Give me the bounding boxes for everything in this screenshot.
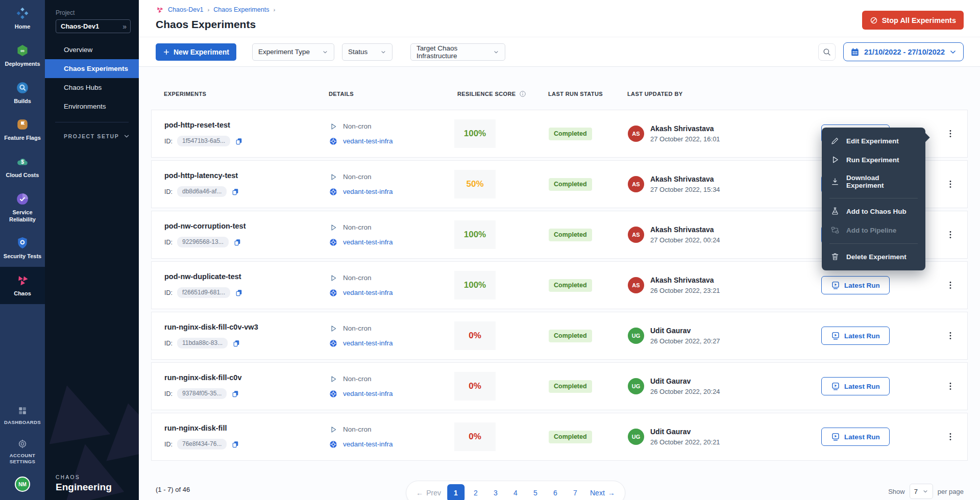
latest-run-button[interactable]: Latest Run [821, 428, 890, 446]
project-nav-item[interactable]: Chaos Hubs [45, 78, 139, 97]
play-outline-icon [329, 274, 337, 282]
kubernetes-icon [329, 188, 337, 196]
context-menu-item[interactable]: Add to Chaos Hub [822, 202, 925, 221]
experiment-id-badge: 76e8f434-76... [177, 439, 227, 449]
row-menu-button[interactable] [944, 177, 957, 192]
copy-id-button[interactable] [235, 289, 243, 297]
rail-module-item[interactable]: Builds [0, 74, 45, 112]
page-number-button[interactable]: 5 [527, 484, 544, 500]
latest-run-button[interactable]: Latest Run [821, 276, 890, 294]
context-menu-item[interactable]: Run Experiment [822, 151, 925, 169]
updated-by-name: Udit Gaurav [650, 327, 720, 335]
copy-id-button[interactable] [233, 238, 241, 246]
col-header-last-updated-by: LAST UPDATED BY [627, 90, 821, 97]
row-menu-button[interactable] [944, 429, 957, 444]
row-menu-button[interactable] [944, 379, 957, 394]
id-prefix-label: ID: [164, 239, 173, 246]
user-avatar[interactable]: NM [15, 477, 30, 492]
info-icon[interactable] [519, 90, 526, 97]
copy-id-button[interactable] [231, 390, 239, 398]
chevron-double-right-icon[interactable]: » [122, 22, 127, 31]
experiment-name[interactable]: pod-nw-duplicate-test [164, 272, 329, 281]
menu-divider [829, 243, 918, 244]
new-experiment-button[interactable]: New Experiment [156, 43, 236, 61]
rail-module-item[interactable]: Home [0, 0, 45, 37]
project-nav-item[interactable]: Chaos Experiments [45, 59, 139, 78]
breadcrumb-link[interactable]: Chaos-Dev1 [168, 6, 203, 13]
experiment-name[interactable]: pod-http-latency-test [164, 171, 329, 180]
id-prefix-label: ID: [164, 188, 173, 195]
project-nav-item[interactable]: Overview [45, 40, 139, 59]
infrastructure-link[interactable]: vedant-test-infra [343, 440, 393, 448]
copy-id-button[interactable] [231, 188, 239, 196]
project-nav-item[interactable]: Environments [45, 97, 139, 116]
context-menu-item[interactable]: Edit Experiment [822, 132, 925, 151]
row-menu-button[interactable] [944, 227, 957, 242]
row-menu-button[interactable] [944, 278, 957, 293]
project-setup-label: PROJECT SETUP [64, 133, 119, 139]
rail-module-item[interactable]: Chaos [0, 267, 45, 304]
infrastructure-link[interactable]: vedant-test-infra [343, 238, 393, 246]
experiment-row[interactable]: run-nginx-disk-fill-c0v ID: 93784f05-35.… [151, 362, 968, 410]
rail-item-account-settings[interactable]: ACCOUNT SETTINGS [0, 432, 45, 471]
kebab-icon [946, 129, 955, 138]
updated-date: 26 October 2022, 20:24 [650, 388, 720, 395]
context-menu-item[interactable]: Download Experiment [822, 169, 925, 194]
chevron-down-icon [922, 488, 928, 494]
search-button[interactable] [818, 43, 836, 61]
project-setup-toggle[interactable]: PROJECT SETUP [64, 133, 130, 139]
context-menu-item[interactable]: Add to Pipeline [822, 221, 925, 240]
rail-item-dashboards[interactable]: DASHBOARDS [0, 399, 45, 432]
stop-all-experiments-button[interactable]: Stop All Experiments [862, 11, 964, 30]
infrastructure-link[interactable]: vedant-test-infra [343, 390, 393, 397]
breadcrumb-link[interactable]: Chaos Experiments [213, 6, 269, 13]
page-number-button[interactable]: 2 [467, 484, 484, 500]
experiment-name[interactable]: run-nginx-disk-fill [164, 424, 329, 432]
experiment-name[interactable]: pod-http-reset-test [164, 121, 329, 129]
copy-icon [231, 188, 239, 196]
latest-run-button[interactable]: Latest Run [821, 377, 890, 395]
rail-module-item[interactable]: Feature Flags [0, 111, 45, 148]
experiment-name[interactable]: pod-nw-corruption-test [164, 222, 329, 230]
updated-date: 27 October 2022, 15:34 [650, 186, 720, 193]
context-menu-item[interactable]: Delete Experiment [822, 247, 925, 266]
infrastructure-link[interactable]: vedant-test-infra [343, 188, 393, 195]
page-number-button[interactable]: 4 [507, 484, 524, 500]
rail-module-item[interactable]: $ Cloud Costs [0, 148, 45, 186]
row-menu-button[interactable] [944, 126, 957, 141]
filter-dropdown[interactable]: Experiment Type [252, 43, 334, 61]
latest-run-button[interactable]: Latest Run [821, 327, 890, 345]
rail-module-item[interactable]: ∞ Deployments [0, 37, 45, 74]
infrastructure-link[interactable]: vedant-test-infra [343, 339, 393, 347]
next-page-button[interactable]: Next → [586, 484, 619, 500]
infrastructure-link[interactable]: vedant-test-infra [343, 289, 393, 296]
filter-dropdown[interactable]: Target Chaos Infrastructure [410, 43, 505, 61]
experiment-row[interactable]: run-nginx-disk-fill-c0v-vw3 ID: 11bda88c… [151, 312, 968, 360]
experiment-name[interactable]: run-nginx-disk-fill-c0v [164, 373, 329, 382]
copy-id-button[interactable] [231, 440, 239, 448]
page-number-button[interactable]: 3 [487, 484, 504, 500]
row-menu-button[interactable] [944, 328, 957, 343]
copy-id-button[interactable] [232, 339, 240, 347]
prev-page-button[interactable]: ← Prev [412, 484, 445, 500]
copy-id-button[interactable] [235, 137, 243, 145]
updated-date: 27 October 2022, 16:01 [650, 135, 720, 143]
project-sidebar: Project Chaos-Dev1 » Overview Chaos Expe… [45, 0, 139, 500]
experiment-row[interactable]: run-nginx-disk-fill ID: 76e8f434-76... [151, 413, 968, 461]
filter-dropdown[interactable]: Status [342, 43, 393, 61]
copy-icon [231, 440, 239, 448]
kebab-icon [946, 331, 955, 340]
project-selector[interactable]: Chaos-Dev1 » [56, 19, 131, 33]
experiment-name[interactable]: run-nginx-disk-fill-c0v-vw3 [164, 323, 329, 331]
page-number-button[interactable]: 1 [447, 484, 464, 500]
page-number-button[interactable]: 6 [547, 484, 564, 500]
updated-date: 26 October 2022, 23:21 [650, 287, 720, 294]
kubernetes-icon [329, 339, 337, 347]
date-range-picker[interactable]: 21/10/2022 - 27/10/2022 [843, 42, 964, 61]
infrastructure-link[interactable]: vedant-test-infra [343, 137, 393, 145]
page-number-button[interactable]: 7 [567, 484, 584, 500]
per-page-select[interactable]: 7 [910, 484, 933, 499]
rail-module-item[interactable]: Service Reliability [0, 186, 45, 230]
rail-module-item[interactable]: Security Tests [0, 230, 45, 267]
experiment-id-badge: 92296568-13... [177, 237, 229, 247]
